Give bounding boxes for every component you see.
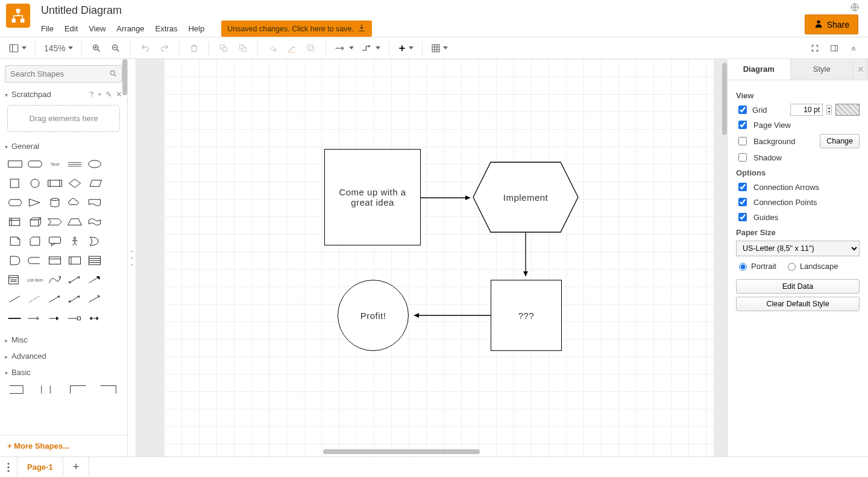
shape-circle[interactable] bbox=[26, 175, 45, 192]
background-change-button[interactable]: Change bbox=[820, 134, 860, 148]
shape-step[interactable] bbox=[46, 213, 64, 230]
undo-button[interactable] bbox=[137, 40, 154, 57]
scratchpad-help-icon[interactable]: ? bbox=[89, 90, 93, 99]
menu-view[interactable]: View bbox=[89, 24, 105, 33]
delete-button[interactable] bbox=[186, 40, 203, 57]
sidebar-toggle[interactable] bbox=[6, 40, 29, 57]
shape-hline-arrow[interactable] bbox=[26, 310, 45, 327]
shape-actor[interactable] bbox=[66, 233, 84, 250]
node-rect-unknown[interactable]: ??? bbox=[491, 280, 562, 351]
misc-section-header[interactable]: Misc bbox=[0, 332, 127, 348]
shape-hline[interactable] bbox=[6, 310, 25, 327]
edge-1-2[interactable] bbox=[421, 194, 475, 201]
line-color-button[interactable] bbox=[283, 40, 300, 57]
zoom-level[interactable]: 145% bbox=[42, 43, 75, 53]
fill-color-button[interactable] bbox=[264, 40, 281, 57]
zoom-out-button[interactable] bbox=[107, 40, 124, 57]
shape-and[interactable] bbox=[6, 252, 25, 269]
shape-blank4[interactable] bbox=[105, 213, 124, 230]
edge-2-3[interactable] bbox=[522, 233, 529, 281]
tab-style[interactable]: Style bbox=[791, 59, 854, 80]
menu-edit[interactable]: Edit bbox=[64, 24, 78, 33]
shape-listmin[interactable]: List Item bbox=[26, 271, 45, 288]
shape-cylinder[interactable] bbox=[46, 194, 64, 211]
shadow-checkbox[interactable] bbox=[738, 153, 747, 162]
scratchpad-add-icon[interactable]: + bbox=[97, 90, 102, 99]
pageview-checkbox[interactable] bbox=[738, 121, 747, 129]
format-panel-toggle[interactable] bbox=[826, 40, 843, 57]
redo-button[interactable] bbox=[156, 40, 173, 57]
collapse-toolbar-button[interactable] bbox=[845, 40, 862, 57]
shape-document[interactable] bbox=[85, 194, 104, 211]
shape-card[interactable] bbox=[26, 233, 45, 250]
tab-close-icon[interactable]: ✕ bbox=[854, 59, 868, 80]
orientation-portrait[interactable]: Portrait bbox=[736, 261, 776, 271]
paper-size-select[interactable]: US-Letter (8,5" x 11") bbox=[736, 241, 860, 256]
conn-arrows-checkbox[interactable] bbox=[738, 183, 747, 191]
shape-list[interactable] bbox=[85, 252, 104, 269]
background-checkbox[interactable] bbox=[738, 137, 747, 145]
shape-rect[interactable] bbox=[6, 156, 25, 172]
edit-data-button[interactable]: Edit Data bbox=[736, 279, 860, 294]
tab-diagram[interactable]: Diagram bbox=[728, 59, 791, 80]
unsaved-banner[interactable]: Unsaved changes. Click here to save. bbox=[221, 21, 372, 37]
orientation-landscape[interactable]: Landscape bbox=[785, 261, 838, 271]
conn-points-checkbox[interactable] bbox=[738, 198, 747, 206]
edge-3-4[interactable] bbox=[408, 312, 492, 319]
guides-checkbox[interactable] bbox=[738, 213, 747, 221]
shape-cube[interactable] bbox=[26, 213, 45, 230]
shape-internal-storage[interactable] bbox=[6, 213, 25, 230]
shape-bidir-arrow[interactable] bbox=[66, 271, 84, 288]
shape-blank6[interactable] bbox=[105, 252, 124, 269]
advanced-section-header[interactable]: Advanced bbox=[0, 348, 127, 364]
canvas-vscrollbar[interactable] bbox=[722, 63, 727, 135]
page-surface[interactable]: Come up with a great idea Implement ??? bbox=[164, 59, 714, 456]
shape-parallelogram[interactable] bbox=[85, 175, 104, 192]
shape-line-open[interactable] bbox=[85, 291, 104, 308]
shape-square[interactable] bbox=[6, 175, 25, 192]
shape-or[interactable] bbox=[85, 233, 104, 250]
shape-hline-bi[interactable] bbox=[85, 310, 104, 327]
basic-partial-rect2[interactable] bbox=[39, 384, 58, 395]
shape-dashline[interactable] bbox=[26, 291, 45, 308]
shape-tape[interactable] bbox=[85, 213, 104, 230]
shape-roundrect[interactable] bbox=[26, 156, 45, 172]
shape-ellipse[interactable] bbox=[85, 156, 104, 172]
page-tab-menu[interactable] bbox=[0, 457, 17, 477]
landscape-radio[interactable] bbox=[788, 263, 796, 271]
scratchpad-header[interactable]: Scratchpad ? + ✎ ✕ bbox=[0, 86, 127, 103]
clear-style-button[interactable]: Clear Default Style bbox=[736, 297, 860, 311]
shape-textbox[interactable] bbox=[66, 156, 84, 172]
menu-help[interactable]: Help bbox=[188, 24, 204, 33]
menu-extras[interactable]: Extras bbox=[156, 24, 178, 33]
shape-blank5[interactable] bbox=[105, 233, 124, 250]
connection-style-button[interactable] bbox=[332, 40, 356, 57]
canvas-hscrollbar[interactable] bbox=[323, 449, 480, 454]
menu-arrange[interactable]: Arrange bbox=[116, 24, 144, 33]
search-input[interactable] bbox=[5, 65, 122, 83]
shape-hexagon[interactable] bbox=[6, 194, 25, 211]
left-scrollbar[interactable] bbox=[122, 59, 127, 95]
add-page-button[interactable]: + bbox=[63, 457, 90, 477]
grid-color-swatch[interactable] bbox=[835, 104, 860, 116]
shape-arrow[interactable] bbox=[85, 271, 104, 288]
node-hexagon-implement[interactable]: Implement bbox=[473, 162, 579, 233]
shape-line-twoend[interactable] bbox=[66, 291, 84, 308]
search-icon[interactable] bbox=[109, 69, 118, 80]
menu-file[interactable]: File bbox=[41, 24, 54, 33]
insert-button[interactable] bbox=[395, 40, 416, 57]
shape-container[interactable] bbox=[46, 252, 64, 269]
to-back-button[interactable] bbox=[234, 40, 251, 57]
shape-triangle[interactable] bbox=[26, 194, 45, 211]
canvas[interactable]: Come up with a great idea Implement ??? bbox=[136, 59, 727, 456]
shape-curve[interactable] bbox=[46, 271, 64, 288]
page-tab-1[interactable]: Page-1 bbox=[17, 457, 63, 477]
to-front-button[interactable] bbox=[215, 40, 232, 57]
more-shapes-button[interactable]: More Shapes... bbox=[0, 435, 127, 456]
node-circle-profit[interactable]: Profit! bbox=[338, 280, 409, 351]
app-logo[interactable] bbox=[6, 4, 30, 28]
scratchpad-edit-icon[interactable]: ✎ bbox=[105, 90, 112, 99]
basic-partial-rect[interactable] bbox=[8, 384, 28, 395]
shape-cloud[interactable] bbox=[66, 194, 84, 211]
shadow-button[interactable] bbox=[303, 40, 319, 57]
